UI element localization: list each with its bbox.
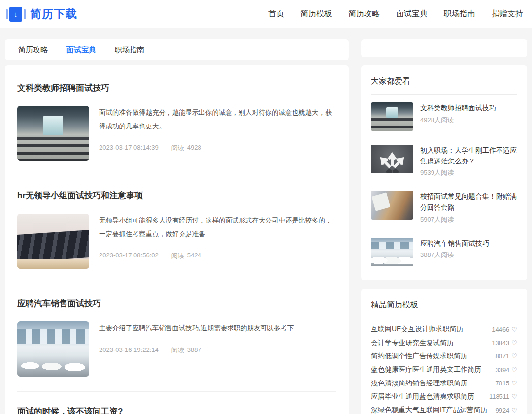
main-column: 简历攻略 面试宝典 职场指南 文科类教师招聘面试技巧 面试的准备做得越充分，越能… xyxy=(5,39,349,414)
template-name: 浅色清淡简约销售经理求职简历 xyxy=(371,379,467,388)
popular-item-title: 初入职场：大学生刚工作不适应焦虑迷茫怎么办？ xyxy=(420,145,517,166)
tab-resume-guide[interactable]: 简历攻略 xyxy=(18,45,48,55)
popular-item[interactable]: 应聘汽车销售面试技巧 3887人阅读 xyxy=(371,231,517,273)
article-item: hr无领导小组面试技巧和注意事项 无领导小组可能很多人没有经历过，这样的面试形式… xyxy=(17,176,336,284)
page-body: 简历攻略 面试宝典 职场指南 文科类教师招聘面试技巧 面试的准备做得越充分，越能… xyxy=(0,28,532,414)
article-title[interactable]: 文科类教师招聘面试技巧 xyxy=(17,82,336,94)
article-reads: 阅读 3887 xyxy=(171,346,201,355)
template-like-count: 14466 ♡ xyxy=(492,326,517,333)
article-meta: 2023-03-17 08:56:02 阅读 5424 xyxy=(99,252,336,260)
article-title[interactable]: 面试的时候，该不该问工资? xyxy=(17,406,336,414)
popular-item[interactable]: 初入职场：大学生刚工作不适应焦虑迷茫怎么办？ 9539人阅读 xyxy=(371,138,517,184)
template-name: 蓝色健康医疗医生通用英文工作简历 xyxy=(371,365,481,374)
interview-panel-photo[interactable] xyxy=(17,214,89,269)
template-name: 深绿色稳重大气互联网IT产品运营简历 xyxy=(371,406,487,414)
heart-icon: ♡ xyxy=(511,380,517,387)
nav-donate[interactable]: 捐赠支持 xyxy=(492,9,523,19)
template-name: 互联网UE交互设计师求职简历 xyxy=(371,325,463,334)
site-title: 简历下载 xyxy=(30,6,77,22)
article-item: 应聘汽车销售面试技巧 主要介绍了应聘汽车销售面试技巧,近期需要求职的朋友可以参考… xyxy=(17,284,336,392)
template-row[interactable]: 浅色清淡简约销售经理求职简历 7015 ♡ xyxy=(371,377,517,390)
popular-panel: 大家都爱看 文科类教师招聘面试技巧 4928人阅读 xyxy=(361,65,527,280)
divider xyxy=(371,318,517,318)
logo-bar-left xyxy=(6,9,8,19)
article-summary: 面试的准备做得越充分，越能显示出你的诚意，别人对待你的诚意也就越大，获得成功的几… xyxy=(99,106,336,133)
heart-icon: ♡ xyxy=(511,339,517,347)
article-summary: 主要介绍了应聘汽车销售面试技巧,近期需要求职的朋友可以参考下 xyxy=(99,321,336,335)
divider xyxy=(371,94,517,95)
logo-bar-right xyxy=(24,9,26,19)
direction-arrows-photo xyxy=(371,145,413,173)
heart-icon: ♡ xyxy=(511,393,517,400)
popular-item-title: 校招面试常见问题合集！附赠满分回答套路 xyxy=(420,191,517,213)
classroom-photo xyxy=(371,102,413,131)
heart-icon: ♡ xyxy=(511,407,517,414)
template-row[interactable]: 应届毕业生通用蓝色清爽求职简历 118511 ♡ xyxy=(371,390,517,403)
popular-item-reads: 4928人阅读 xyxy=(420,116,517,125)
article-list: 文科类教师招聘面试技巧 面试的准备做得越充分，越能显示出你的诚意，别人对待你的诚… xyxy=(5,65,349,414)
template-row[interactable]: 蓝色健康医疗医生通用英文工作简历 3394 ♡ xyxy=(371,363,517,377)
popular-item[interactable]: 校招面试常见问题合集！附赠满分回答套路 5907人阅读 xyxy=(371,184,517,230)
classroom-photo[interactable] xyxy=(17,106,89,161)
heart-icon: ♡ xyxy=(511,352,517,360)
site-logo[interactable]: ↓ 简历下载 xyxy=(6,6,77,22)
tab-interview-guide[interactable]: 面试宝典 xyxy=(66,45,96,55)
template-name: 应届毕业生通用蓝色清爽求职简历 xyxy=(371,392,474,401)
article-reads: 阅读 5424 xyxy=(171,252,201,260)
article-date: 2023-03-17 08:14:39 xyxy=(99,144,159,153)
popular-item[interactable]: 文科类教师招聘面试技巧 4928人阅读 xyxy=(371,96,517,138)
template-like-count: 118511 ♡ xyxy=(489,393,517,400)
article-meta: 2023-03-16 19:22:14 阅读 3887 xyxy=(99,346,336,355)
nav-interview-guide[interactable]: 面试宝典 xyxy=(396,9,428,19)
templates-panel: 精品简历模板 互联网UE交互设计师求职简历 14466 ♡ 会计学专业研究生复试… xyxy=(361,289,527,414)
template-like-count: 3394 ♡ xyxy=(495,366,517,374)
download-logo-icon: ↓ xyxy=(6,7,26,22)
article-date: 2023-03-17 08:56:02 xyxy=(99,252,159,260)
article-reads: 阅读 4928 xyxy=(171,144,201,153)
top-header: ↓ 简历下载 首页 简历模板 简历攻略 面试宝典 职场指南 捐赠支持 xyxy=(0,0,532,28)
nav-resume-guide[interactable]: 简历攻略 xyxy=(348,9,380,19)
template-like-count: 7015 ♡ xyxy=(495,380,517,387)
template-like-count: 9924 ♡ xyxy=(495,407,517,414)
direction-arrows-graphic xyxy=(371,145,413,173)
template-name: 简约低调个性广告传媒求职简历 xyxy=(371,352,467,361)
heart-icon: ♡ xyxy=(511,326,517,333)
template-name: 会计学专业研究生复试简历 xyxy=(371,339,454,348)
download-arrow-icon: ↓ xyxy=(14,10,18,18)
nav-workplace-guide[interactable]: 职场指南 xyxy=(444,9,475,19)
popular-item-reads: 9539人阅读 xyxy=(420,168,517,177)
tab-workplace-guide[interactable]: 职场指南 xyxy=(115,45,144,55)
template-row[interactable]: 深绿色稳重大气互联网IT产品运营简历 9924 ♡ xyxy=(371,404,517,414)
template-list: 互联网UE交互设计师求职简历 14466 ♡ 会计学专业研究生复试简历 1384… xyxy=(371,319,517,414)
template-row[interactable]: 简约低调个性广告传媒求职简历 8071 ♡ xyxy=(371,350,517,363)
main-nav: 首页 简历模板 简历攻略 面试宝典 职场指南 捐赠支持 xyxy=(268,9,526,19)
popular-item-reads: 3887人阅读 xyxy=(420,251,517,259)
category-tabs: 简历攻略 面试宝典 职场指南 xyxy=(5,39,349,60)
article-date: 2023-03-16 19:22:14 xyxy=(99,346,159,355)
template-row[interactable]: 会计学专业研究生复试简历 13843 ♡ xyxy=(371,336,517,350)
article-title[interactable]: 应聘汽车销售面试技巧 xyxy=(17,298,336,309)
article-summary: 无领导小组可能很多人没有经历过，这样的面试形式在大公司中还是比较多的，一定要抓住… xyxy=(99,214,336,241)
popular-panel-title: 大家都爱看 xyxy=(371,74,517,87)
popular-item-title: 文科类教师招聘面试技巧 xyxy=(420,103,517,114)
car-dealership-photo[interactable] xyxy=(17,321,89,377)
template-like-count: 8071 ♡ xyxy=(495,352,517,360)
interview-desk-photo xyxy=(371,191,413,220)
heart-icon: ♡ xyxy=(511,366,517,374)
sidebar-empty-card xyxy=(361,39,527,57)
nav-resume-templates[interactable]: 简历模板 xyxy=(300,9,332,19)
sidebar: 大家都爱看 文科类教师招聘面试技巧 4928人阅读 xyxy=(361,39,527,414)
template-like-count: 13843 ♡ xyxy=(492,339,517,347)
car-dealership-photo xyxy=(371,238,413,266)
article-item: 文科类教师招聘面试技巧 面试的准备做得越充分，越能显示出你的诚意，别人对待你的诚… xyxy=(17,68,336,176)
popular-item-reads: 5907人阅读 xyxy=(420,215,517,224)
article-meta: 2023-03-17 08:14:39 阅读 4928 xyxy=(99,144,336,153)
article-item: 面试的时候，该不该问工资? 每个应届生都很关心自己的第一桶金，尤其是每年都会有各… xyxy=(17,392,336,414)
popular-item-title: 应聘汽车销售面试技巧 xyxy=(420,238,517,249)
article-title[interactable]: hr无领导小组面试技巧和注意事项 xyxy=(17,190,336,201)
templates-panel-title: 精品简历模板 xyxy=(371,298,517,310)
template-row[interactable]: 互联网UE交互设计师求职简历 14466 ♡ xyxy=(371,323,517,336)
nav-home[interactable]: 首页 xyxy=(268,9,284,19)
